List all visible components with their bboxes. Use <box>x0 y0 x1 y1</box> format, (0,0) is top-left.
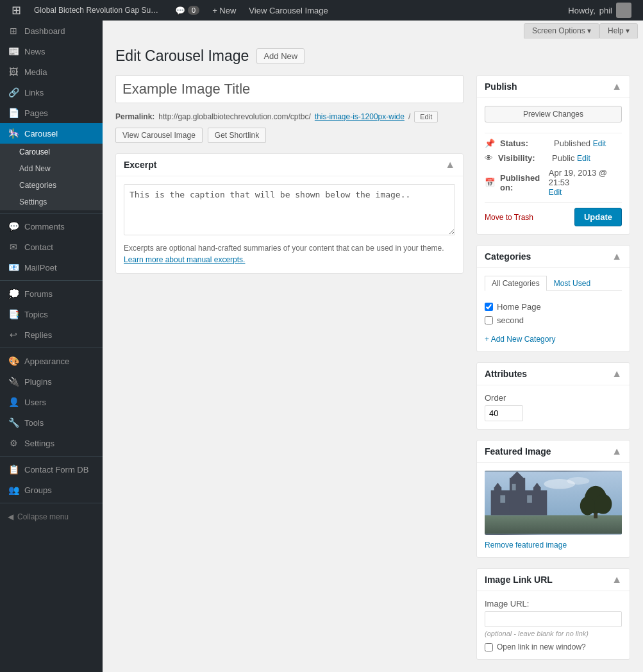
publish-postbox-title: Publish <box>485 81 517 92</box>
sidebar-item-pages[interactable]: 📄 Pages <box>0 103 103 123</box>
new-content-button[interactable]: + New <box>206 0 242 21</box>
sidebar-item-settings[interactable]: ⚙ Settings <box>0 433 103 453</box>
help-toggle[interactable]: Help ▾ <box>599 23 638 38</box>
permalink-label: Permalink: <box>115 112 154 121</box>
image-url-label: Image URL: <box>485 599 622 609</box>
sidebar-item-mailpoet[interactable]: 📧 MailPoet <box>0 257 103 278</box>
add-new-category-link[interactable]: + Add New Category <box>485 335 622 344</box>
sidebar-item-plugins[interactable]: 🔌 Plugins <box>0 371 103 392</box>
sidebar-item-news[interactable]: 📰 News <box>0 41 103 62</box>
svg-point-15 <box>594 494 612 514</box>
featured-image-toggle-arrow[interactable]: ▲ <box>612 446 622 457</box>
links-icon: 🔗 <box>8 87 19 97</box>
excerpt-toggle-arrow[interactable]: ▲ <box>445 159 455 171</box>
sidebar-item-media[interactable]: 🖼 Media <box>0 62 103 82</box>
new-window-label[interactable]: Open link in new window? <box>497 643 586 651</box>
user-avatar <box>616 3 631 18</box>
publish-status-row: 📌 Status: Published Edit <box>485 139 622 148</box>
all-categories-tab[interactable]: All Categories <box>485 276 547 291</box>
edit-sidebar: Publish ▲ Preview Changes 📌 Status: <box>476 75 630 670</box>
remove-featured-image-link[interactable]: Remove featured image <box>485 541 567 550</box>
new-window-row: Open link in new window? <box>485 643 622 651</box>
submenu-item-categories[interactable]: Categories <box>0 177 103 194</box>
edit-main: Permalink: http://gap.globalbiotechrevol… <box>115 75 463 670</box>
publish-actions: 📌 Status: Published Edit 👁 Visib <box>485 139 622 197</box>
svg-rect-3 <box>510 478 525 512</box>
order-input[interactable] <box>485 405 523 421</box>
excerpt-textarea[interactable]: This is the caption that will be shown b… <box>124 184 455 235</box>
sidebar-item-label: Media <box>24 67 47 77</box>
status-value: Published Edit <box>554 139 606 148</box>
view-carousel-image-button[interactable]: View Carousel Image <box>242 0 334 21</box>
sidebar-item-comments[interactable]: 💬 Comments <box>0 216 103 237</box>
category-label-second[interactable]: second <box>497 315 524 325</box>
collapse-menu-button[interactable]: ◀ Collapse menu <box>0 506 103 528</box>
sidebar-item-tools[interactable]: 🔧 Tools <box>0 412 103 433</box>
comments-button[interactable]: 💬 0 <box>169 0 206 21</box>
add-new-button[interactable]: Add New <box>256 48 305 64</box>
wpbody-content: Edit Carousel Image Add New Permalink: h… <box>103 41 643 672</box>
post-title-wrap <box>115 75 463 103</box>
post-title-input[interactable] <box>115 75 463 103</box>
sidebar-item-carousel[interactable]: 🎠 Carousel <box>0 123 103 144</box>
sidebar-item-label: Tools <box>24 418 44 428</box>
category-item: second <box>485 314 622 327</box>
howdy-text: Howdy, <box>568 6 595 15</box>
users-icon: 👤 <box>8 397 19 407</box>
sidebar-item-label: Appearance <box>24 357 69 366</box>
screen-options-toggle[interactable]: Screen Options ▾ <box>524 23 599 38</box>
sidebar-item-replies[interactable]: ↩ Replies <box>0 324 103 345</box>
category-checkbox-second[interactable] <box>485 316 493 324</box>
permalink-slug[interactable]: this-image-is-1200px-wide <box>315 112 405 121</box>
published-edit-link[interactable]: Edit <box>549 188 562 197</box>
move-to-trash-link[interactable]: Move to Trash <box>485 213 533 222</box>
image-link-url-toggle-arrow[interactable]: ▲ <box>612 574 622 585</box>
submenu-item-carousel[interactable]: Carousel <box>0 144 103 160</box>
category-label-homepage[interactable]: Home Page <box>497 302 541 312</box>
categories-toggle-arrow[interactable]: ▲ <box>612 251 622 262</box>
submenu-item-add-new[interactable]: Add New <box>0 160 103 177</box>
update-button[interactable]: Update <box>574 208 622 226</box>
comments-icon: 💬 <box>8 221 19 231</box>
attributes-toggle-arrow[interactable]: ▲ <box>612 368 622 380</box>
most-used-tab[interactable]: Most Used <box>547 276 597 290</box>
wp-logo-button[interactable]: ⊞ <box>5 0 28 21</box>
username-text: phil <box>599 6 612 15</box>
status-label: Status: <box>500 139 551 148</box>
sidebar-item-contactformdb[interactable]: 📋 Contact Form DB <box>0 459 103 480</box>
page-title-area: Edit Carousel Image Add New <box>115 47 630 65</box>
get-shortlink-button[interactable]: Get Shortlink <box>208 128 266 143</box>
publish-toggle-arrow[interactable]: ▲ <box>612 81 622 92</box>
admin-bar: ⊞ Global Biotech Revolution Gap Summit 2… <box>0 0 643 21</box>
new-window-checkbox[interactable] <box>485 643 493 651</box>
user-menu[interactable]: Howdy, phil <box>562 3 638 18</box>
preview-changes-button[interactable]: Preview Changes <box>485 106 622 122</box>
excerpt-learn-more-link[interactable]: Learn more about manual excerpts. <box>124 255 245 264</box>
excerpt-postbox-header: Excerpt ▲ <box>116 154 463 176</box>
sidebar-item-groups[interactable]: 👥 Groups <box>0 480 103 500</box>
image-url-input[interactable] <box>485 611 622 627</box>
excerpt-note: Excerpts are optional hand-crafted summa… <box>124 242 455 265</box>
sidebar-item-appearance[interactable]: 🎨 Appearance <box>0 351 103 371</box>
featured-image-thumbnail[interactable] <box>485 471 622 535</box>
sidebar-item-contact[interactable]: ✉ Contact <box>0 237 103 257</box>
category-checkbox-homepage[interactable] <box>485 303 493 311</box>
category-tabs: All Categories Most Used <box>485 276 622 291</box>
svg-rect-9 <box>512 484 516 491</box>
carousel-submenu: Carousel Add New Categories Settings <box>0 144 103 210</box>
categories-postbox-header: Categories ▲ <box>477 246 630 268</box>
status-edit-link[interactable]: Edit <box>593 139 606 148</box>
sidebar-item-users[interactable]: 👤 Users <box>0 392 103 412</box>
sidebar-item-topics[interactable]: 📑 Topics <box>0 304 103 324</box>
sidebar-item-links[interactable]: 🔗 Links <box>0 82 103 103</box>
comments-count: 0 <box>188 6 199 15</box>
site-name-button[interactable]: Global Biotech Revolution Gap Summit 201… <box>28 0 169 21</box>
permalink-edit-button[interactable]: Edit <box>414 111 438 122</box>
category-list: Home Page second <box>485 296 622 331</box>
sidebar-item-forums[interactable]: 💭 Forums <box>0 283 103 304</box>
sidebar-item-dashboard[interactable]: ⊞ Dashboard <box>0 21 103 41</box>
visibility-edit-link[interactable]: Edit <box>577 154 590 163</box>
view-carousel-label: View Carousel Image <box>249 6 328 15</box>
submenu-item-settings[interactable]: Settings <box>0 194 103 210</box>
view-carousel-image-button[interactable]: View Carousel Image <box>115 128 203 143</box>
